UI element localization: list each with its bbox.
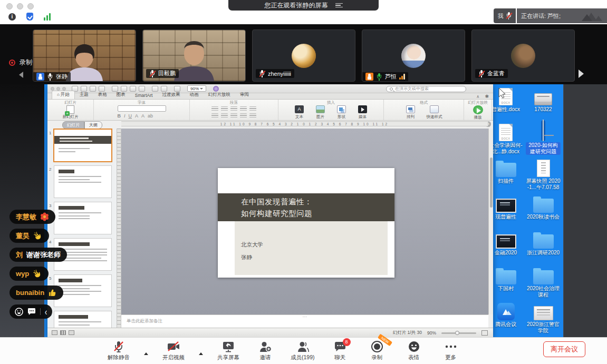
collapse-ribbon-chevron[interactable]: ∧: [476, 94, 479, 99]
notes-resize-grip[interactable]: ⋯: [303, 314, 307, 319]
tab-transitions[interactable]: 过渡效果: [157, 91, 185, 99]
font-name-box[interactable]: [118, 105, 166, 112]
play-slideshow-button[interactable]: 播放: [469, 105, 487, 120]
insert-text-button[interactable]: A文本: [291, 105, 309, 120]
desktop-file-2020-research-question[interactable]: 2020-如何构建研究问题: [526, 121, 561, 157]
quick-styles-button[interactable]: 快速样式: [423, 105, 446, 120]
more-button[interactable]: 更多: [439, 340, 463, 361]
help-icon[interactable]: [213, 86, 219, 92]
desktop-folder-zhejiang-survey[interactable]: 浙江调研2020: [526, 229, 561, 264]
start-video-button[interactable]: 开启视频: [162, 340, 185, 361]
chat-bubble-icon[interactable]: [27, 308, 36, 316]
chat-button[interactable]: 8 聊天: [329, 340, 352, 361]
minimize-window-dot[interactable]: [17, 3, 23, 9]
network-bars-icon[interactable]: [44, 13, 51, 21]
chat-user: 刘: [16, 250, 23, 260]
button-label: 开启视频: [162, 354, 185, 361]
slide-thumbnail-2[interactable]: [54, 166, 111, 198]
desktop-folder-2020-reading-club[interactable]: 2020秋读书会: [526, 193, 561, 229]
zoom-slider-knob[interactable]: [455, 331, 459, 335]
panel-tab-slides[interactable]: 幻灯片: [62, 121, 84, 129]
record-button[interactable]: NEW 录制: [365, 340, 389, 361]
open-icon[interactable]: [81, 86, 87, 92]
zoom-window-dot[interactable]: [27, 3, 34, 9]
tab-animations[interactable]: 动画: [185, 91, 203, 99]
cut-icon[interactable]: [112, 86, 118, 92]
slide-sorter-icon[interactable]: [60, 330, 66, 335]
desktop-folder-governance-course[interactable]: 2020社会治理课程: [526, 264, 561, 300]
members-button[interactable]: 成员(199): [291, 340, 315, 361]
current-slide[interactable]: 在中国发现普遍性： 如何构建研究型问题 北京大学 张静: [218, 168, 394, 278]
desktop-file-jinrong2020[interactable]: 金融2020: [488, 229, 523, 264]
redo-icon[interactable]: [161, 86, 167, 92]
desktop-folder-xiaguocun[interactable]: 下国村: [488, 264, 523, 300]
insert-picture-button[interactable]: 图片: [312, 105, 330, 120]
desktop-drive-170322[interactable]: 170322: [526, 85, 561, 121]
emoji-button[interactable]: 表情: [402, 340, 426, 361]
notes-pane[interactable]: ⋯ 单击此处添加备注: [121, 314, 488, 328]
ppt-window-controls[interactable]: [51, 87, 66, 91]
close-window-dot[interactable]: [6, 3, 13, 9]
copy-icon[interactable]: [121, 86, 127, 92]
desktop-file-shehuixue-docx[interactable]: 社会学谈因何-北...静.docx: [488, 121, 523, 157]
panel-tab-outline[interactable]: 大纲: [84, 121, 102, 129]
media-browser-icon[interactable]: [174, 86, 180, 92]
save-icon[interactable]: [90, 86, 96, 92]
mic-muted-icon: [478, 70, 485, 77]
fit-slide-button[interactable]: [481, 330, 488, 336]
tab-home[interactable]: ⌂开始: [52, 91, 75, 99]
participant-video-jinlanqing[interactable]: 金蓝青: [471, 29, 575, 82]
tab-smartart[interactable]: SmartArt: [130, 92, 158, 99]
font-style-buttons[interactable]: BIUAAab: [118, 113, 166, 119]
scroll-participants-right-arrow[interactable]: [579, 70, 584, 78]
slide-thumbnail-1-selected[interactable]: [54, 130, 111, 161]
tab-slideshow[interactable]: 幻灯片放映: [203, 91, 235, 99]
view-switcher-buttons[interactable]: [52, 330, 74, 335]
insert-shape-button[interactable]: 形状: [333, 105, 351, 120]
print-icon[interactable]: [99, 86, 105, 92]
zoom-slider[interactable]: [441, 332, 476, 334]
meeting-app-window: i 您正在观看张静的屏幕 我 正在讲话: 芦恒; 录制中: [0, 0, 607, 364]
participant-video-luheng[interactable]: 芦恒: [362, 29, 465, 82]
collapse-bubbles-chevron[interactable]: ‹: [45, 307, 47, 316]
tab-review[interactable]: 审阅: [235, 91, 254, 99]
format-painter-icon[interactable]: [139, 86, 145, 92]
new-slide-button[interactable]: 新幻灯片: [63, 105, 79, 120]
video-options-caret[interactable]: [199, 352, 203, 355]
leave-meeting-button[interactable]: 离开会议: [543, 341, 585, 357]
presentation-search-field[interactable]: 在演示文稿中搜索: [386, 86, 466, 92]
undo-icon[interactable]: [152, 86, 158, 92]
arrange-button[interactable]: 排列: [402, 105, 420, 120]
desktop-file-screenshot[interactable]: 屏幕快照 2020-1...午7.07.58: [526, 157, 561, 193]
insert-media-button[interactable]: 媒体: [354, 105, 372, 120]
slide-title-band: 在中国发现普遍性： 如何构建研究型问题: [218, 193, 394, 221]
tab-charts[interactable]: 图表: [112, 91, 130, 99]
desktop-file-xianpubianxing[interactable]: 现普遍性: [488, 193, 523, 229]
info-icon[interactable]: i: [8, 13, 16, 21]
slide-canvas[interactable]: 在中国发现普遍性： 如何构建研究型问题 北京大学 张静: [121, 129, 488, 314]
participant-video-zhangjing[interactable]: 张静: [33, 29, 136, 82]
ribbon-settings-gear-icon[interactable]: ✱: [485, 94, 489, 99]
paragraph-buttons[interactable]: [211, 106, 256, 120]
annotation-menu-icon[interactable]: [335, 3, 343, 8]
scrollbar-thumb[interactable]: [490, 158, 493, 208]
desktop-app-tencent-meeting[interactable]: 腾讯会议: [488, 300, 523, 336]
window-traffic-lights[interactable]: [6, 3, 34, 9]
unmute-button[interactable]: 解除静音: [107, 340, 130, 361]
audio-options-caret[interactable]: [144, 352, 148, 355]
participant-video-zhenyi[interactable]: zhenyiiiiii: [252, 29, 355, 82]
desktop-file-police-academy[interactable]: 2020浙江警官学院: [526, 300, 561, 336]
paste-icon[interactable]: [130, 86, 136, 92]
tab-tables[interactable]: 表格: [93, 91, 112, 99]
share-screen-button[interactable]: 共享屏幕: [217, 340, 240, 361]
scroll-participants-left-arrow[interactable]: [19, 72, 23, 78]
tab-themes[interactable]: 主题: [75, 91, 93, 99]
emoji-smiley-icon[interactable]: [15, 308, 23, 316]
desktop-folder-saomiaojian[interactable]: 扫描件: [488, 157, 523, 193]
slideshow-view-icon[interactable]: [69, 330, 74, 335]
participant-video-tianyipeng[interactable]: 田毅鹏: [142, 29, 246, 82]
canvas-vertical-scrollbar[interactable]: [488, 129, 493, 314]
invite-button[interactable]: 邀请: [254, 340, 277, 361]
normal-view-icon[interactable]: [52, 330, 57, 335]
shield-icon[interactable]: [26, 13, 33, 21]
